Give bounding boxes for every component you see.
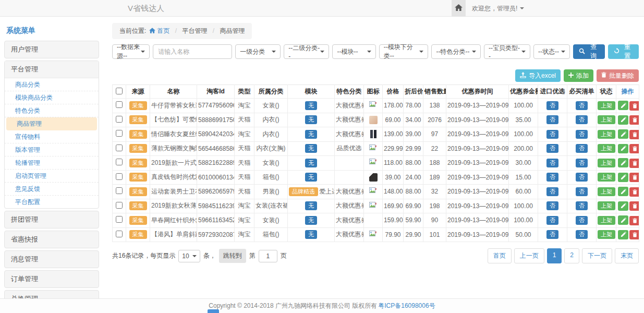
edit-button[interactable] bbox=[618, 101, 628, 110]
edit-button[interactable] bbox=[618, 201, 628, 211]
must-buy-badge[interactable]: 否 bbox=[576, 216, 588, 225]
import-select-badge[interactable]: 否 bbox=[546, 216, 558, 225]
delete-button[interactable] bbox=[629, 144, 639, 153]
delete-button[interactable] bbox=[629, 173, 639, 182]
sidebar-group-user-management[interactable]: 用户管理 bbox=[4, 41, 99, 58]
filter-select-level1-category[interactable]: 一级分类 bbox=[235, 44, 281, 59]
row-checkbox[interactable] bbox=[116, 216, 123, 223]
edit-button[interactable] bbox=[618, 187, 628, 196]
must-buy-badge[interactable]: 否 bbox=[576, 130, 588, 139]
search-button[interactable]: 查询 bbox=[573, 44, 604, 59]
must-buy-badge[interactable]: 否 bbox=[576, 159, 588, 167]
row-checkbox[interactable] bbox=[116, 130, 123, 137]
status-badge[interactable]: 上架 bbox=[598, 159, 615, 167]
filter-select-feature-category[interactable]: --特色分类-- bbox=[431, 44, 481, 59]
breadcrumb-home-link[interactable]: 首页 bbox=[157, 27, 169, 34]
sidebar-item-feature-category[interactable]: 特色分类 bbox=[5, 104, 99, 117]
import-select-badge[interactable]: 否 bbox=[546, 115, 558, 124]
jump-page-input[interactable] bbox=[259, 250, 277, 262]
per-page-select[interactable]: 10 bbox=[178, 250, 200, 262]
filter-select-module-subcategory[interactable]: --模块下分类-- bbox=[379, 44, 429, 59]
sidebar-group-saving-express[interactable]: 省惠快报 bbox=[4, 231, 99, 248]
row-checkbox[interactable] bbox=[116, 116, 123, 123]
add-button[interactable]: 添加 bbox=[564, 69, 593, 82]
reset-button[interactable]: 重置 bbox=[608, 44, 639, 59]
import-select-badge[interactable]: 否 bbox=[546, 130, 558, 139]
icp-link[interactable]: 粤ICP备16098006号 bbox=[378, 302, 435, 310]
row-checkbox[interactable] bbox=[116, 173, 123, 180]
import-select-badge[interactable]: 否 bbox=[546, 173, 558, 182]
home-button[interactable] bbox=[452, 0, 466, 17]
sidebar-item-module-goods-category[interactable]: 模块商品分类 bbox=[5, 91, 99, 104]
filter-select-module[interactable]: --模块-- bbox=[332, 44, 375, 59]
edit-button[interactable] bbox=[618, 115, 628, 125]
must-buy-badge[interactable]: 否 bbox=[576, 187, 588, 196]
status-badge[interactable]: 上架 bbox=[598, 115, 615, 124]
edit-button[interactable] bbox=[618, 173, 628, 182]
sidebar-group-exchange-management[interactable]: 兑换管理 bbox=[4, 290, 99, 298]
import-select-badge[interactable]: 否 bbox=[546, 201, 558, 210]
pager-button-上一页[interactable]: 上一页 bbox=[514, 248, 544, 263]
must-buy-badge[interactable]: 否 bbox=[576, 173, 588, 182]
sidebar-item-goods-category[interactable]: 商品分类 bbox=[5, 78, 99, 91]
pager-button-下一页[interactable]: 下一页 bbox=[582, 248, 612, 263]
status-badge[interactable]: 上架 bbox=[598, 130, 615, 139]
filter-select-level2-category[interactable]: --二级分类-- bbox=[284, 44, 329, 59]
row-checkbox[interactable] bbox=[116, 231, 123, 237]
batch-delete-button[interactable]: 批量删除 bbox=[597, 69, 639, 82]
edit-button[interactable] bbox=[618, 215, 628, 225]
jump-button[interactable]: 跳转到 bbox=[219, 249, 246, 263]
row-checkbox[interactable] bbox=[116, 202, 123, 209]
sidebar-group-order-management[interactable]: 订单管理 bbox=[4, 270, 99, 288]
status-badge[interactable]: 上架 bbox=[598, 173, 615, 182]
import-select-badge[interactable]: 否 bbox=[546, 159, 558, 167]
edit-button[interactable] bbox=[618, 158, 628, 167]
delete-button[interactable] bbox=[629, 187, 639, 197]
delete-button[interactable] bbox=[629, 115, 639, 125]
row-checkbox[interactable] bbox=[116, 187, 123, 194]
import-select-badge[interactable]: 否 bbox=[546, 144, 558, 153]
status-badge[interactable]: 上架 bbox=[598, 144, 615, 153]
sidebar-item-splash-management[interactable]: 启动页管理 bbox=[5, 170, 99, 183]
must-buy-badge[interactable]: 否 bbox=[576, 230, 588, 239]
row-checkbox[interactable] bbox=[116, 145, 123, 151]
sidebar-item-carousel-management[interactable]: 轮播管理 bbox=[5, 156, 99, 170]
row-checkbox[interactable] bbox=[116, 101, 123, 108]
delete-button[interactable] bbox=[629, 230, 639, 239]
status-badge[interactable]: 上架 bbox=[598, 101, 615, 110]
edit-button[interactable] bbox=[618, 144, 628, 153]
filter-select-data-source[interactable]: --数据来源-- bbox=[112, 44, 150, 59]
delete-button[interactable] bbox=[629, 101, 639, 111]
must-buy-badge[interactable]: 否 bbox=[576, 115, 588, 124]
user-menu[interactable]: 欢迎您，管理员! bbox=[472, 0, 524, 17]
pager-button-首页[interactable]: 首页 bbox=[488, 248, 512, 263]
status-badge[interactable]: 上架 bbox=[598, 216, 615, 225]
delete-button[interactable] bbox=[629, 216, 639, 225]
name-search-input[interactable] bbox=[153, 44, 232, 59]
pager-button-1[interactable]: 1 bbox=[547, 248, 562, 263]
status-badge[interactable]: 上架 bbox=[598, 187, 615, 196]
must-buy-badge[interactable]: 否 bbox=[576, 101, 588, 110]
sidebar-item-feedback[interactable]: 意见反馈 bbox=[5, 183, 99, 196]
must-buy-badge[interactable]: 否 bbox=[576, 144, 588, 153]
filter-select-status[interactable]: --状态-- bbox=[533, 44, 570, 59]
delete-button[interactable] bbox=[629, 201, 639, 211]
must-buy-badge[interactable]: 否 bbox=[576, 201, 588, 210]
sidebar-item-platform-config[interactable]: 平台配置 bbox=[5, 196, 99, 208]
import-select-badge[interactable]: 否 bbox=[546, 187, 558, 196]
pager-button-2[interactable]: 2 bbox=[564, 248, 579, 263]
status-badge[interactable]: 上架 bbox=[598, 230, 615, 239]
import-select-badge[interactable]: 否 bbox=[546, 230, 558, 239]
filter-select-item-type[interactable]: --宝贝类型-- bbox=[484, 44, 530, 59]
sidebar-item-version-management[interactable]: 版本管理 bbox=[5, 143, 99, 156]
edit-button[interactable] bbox=[618, 230, 628, 239]
pager-button-末页[interactable]: 末页 bbox=[615, 248, 639, 263]
sidebar-item-promo-materials[interactable]: 宣传物料 bbox=[5, 130, 99, 143]
status-badge[interactable]: 上架 bbox=[598, 201, 615, 210]
sidebar-group-group-buy-management[interactable]: 拼团管理 bbox=[4, 211, 99, 228]
delete-button[interactable] bbox=[629, 130, 639, 139]
sidebar-group-platform-management[interactable]: 平台管理 bbox=[5, 61, 99, 78]
import-excel-button[interactable]: 导入excel bbox=[515, 69, 561, 82]
edit-button[interactable] bbox=[618, 129, 628, 139]
sidebar-item-goods-management[interactable]: 商品管理 bbox=[6, 117, 97, 130]
